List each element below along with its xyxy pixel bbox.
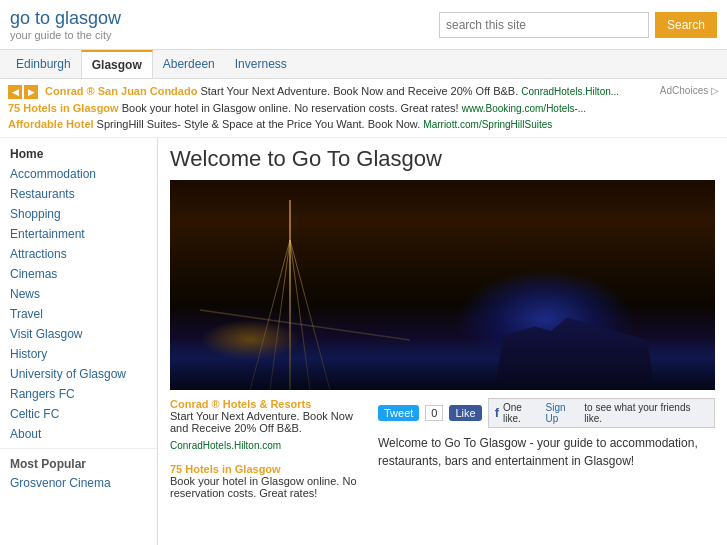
tweet-count: 0 <box>425 405 443 421</box>
facebook-icon: f <box>495 405 499 420</box>
ad-url-1: www.Booking.com/Hotels-... <box>462 103 587 114</box>
welcome-description: Welcome to Go To Glasgow - your guide to… <box>378 434 715 470</box>
sidebar: Home Accommodation Restaurants Shopping … <box>0 138 158 546</box>
tab-aberdeen[interactable]: Aberdeen <box>153 51 225 77</box>
logo-title: go to glasgow <box>10 8 121 29</box>
like-button[interactable]: Like <box>449 405 481 421</box>
ad-body-1: Book your hotel in Glasgow online. No re… <box>119 102 459 114</box>
ad-choices: AdChoices ▷ <box>660 83 719 98</box>
content-area: Welcome to Go To Glasgow Conrad ® Hotels… <box>158 138 727 546</box>
sidebar-divider <box>0 448 157 449</box>
hero-image <box>170 180 715 390</box>
below-ad-body-0: Start Your Next Adventure. Book Now and … <box>170 410 370 434</box>
ad-link-1[interactable]: 75 Hotels in Glasgow <box>8 102 119 114</box>
tab-inverness[interactable]: Inverness <box>225 51 297 77</box>
sidebar-most-popular-label: Most Popular <box>0 453 157 473</box>
facebook-box: f One like. Sign Up to see what your fri… <box>488 398 715 428</box>
logo-subtitle: your guide to the city <box>10 29 121 41</box>
sidebar-item-entertainment[interactable]: Entertainment <box>0 224 157 244</box>
ad-body-2: SpringHill Suites- Style & Space at the … <box>94 118 421 130</box>
ad-link-0[interactable]: Conrad ® San Juan Condado <box>45 85 197 97</box>
below-ad-url-0: ConradHotels.Hilton.com <box>170 440 370 451</box>
nav-tabs: Edinburgh Glasgow Aberdeen Inverness <box>0 50 727 79</box>
search-area: Search <box>439 12 717 38</box>
welcome-title: Welcome to Go To Glasgow <box>170 146 715 172</box>
ad-bar: AdChoices ▷ ◀ ▶ Conrad ® San Juan Condad… <box>0 79 727 138</box>
ad-url-0: ConradHotels.Hilton... <box>521 86 619 97</box>
below-hero: Conrad ® Hotels & Resorts Start Your Nex… <box>170 398 715 505</box>
sidebar-item-shopping[interactable]: Shopping <box>0 204 157 224</box>
fb-suffix: to see what your friends like. <box>584 402 708 424</box>
header: go to glasgow your guide to the city Sea… <box>0 0 727 50</box>
main-layout: Home Accommodation Restaurants Shopping … <box>0 138 727 546</box>
sidebar-item-celtic[interactable]: Celtic FC <box>0 404 157 424</box>
sidebar-item-rangers[interactable]: Rangers FC <box>0 384 157 404</box>
logo-area: go to glasgow your guide to the city <box>10 8 121 41</box>
below-right-content: Tweet 0 Like f One like. Sign Up to see … <box>378 398 715 505</box>
social-bar: Tweet 0 Like f One like. Sign Up to see … <box>378 398 715 428</box>
below-left-ads: Conrad ® Hotels & Resorts Start Your Nex… <box>170 398 370 505</box>
sidebar-item-university[interactable]: University of Glasgow <box>0 364 157 384</box>
sidebar-item-history[interactable]: History <box>0 344 157 364</box>
fb-signup-link[interactable]: Sign Up <box>546 402 581 424</box>
sidebar-item-visit-glasgow[interactable]: Visit Glasgow <box>0 324 157 344</box>
tweet-button[interactable]: Tweet <box>378 405 419 421</box>
sidebar-item-travel[interactable]: Travel <box>0 304 157 324</box>
ad-body-0: Start Your Next Adventure. Book Now and … <box>197 85 518 97</box>
fb-one-like: One like. <box>503 402 542 424</box>
ad-url-2: Marriott.com/SpringHillSuites <box>423 119 552 130</box>
sidebar-item-attractions[interactable]: Attractions <box>0 244 157 264</box>
ad-next-button[interactable]: ▶ <box>24 85 38 99</box>
tab-edinburgh[interactable]: Edinburgh <box>6 51 81 77</box>
sidebar-item-news[interactable]: News <box>0 284 157 304</box>
tab-glasgow[interactable]: Glasgow <box>81 50 153 78</box>
sidebar-item-restaurants[interactable]: Restaurants <box>0 184 157 204</box>
below-ad-link-1[interactable]: 75 Hotels in Glasgow <box>170 463 281 475</box>
sidebar-item-home[interactable]: Home <box>0 144 157 164</box>
ad-nav-buttons: ◀ ▶ <box>8 85 38 99</box>
sidebar-item-grosvenor[interactable]: Grosvenor Cinema <box>0 473 157 493</box>
search-button[interactable]: Search <box>655 12 717 38</box>
hero-overlay <box>170 270 715 390</box>
ad-prev-button[interactable]: ◀ <box>8 85 22 99</box>
ad-link-2[interactable]: Affordable Hotel <box>8 118 94 130</box>
below-ad-body-1: Book your hotel in Glasgow online. No re… <box>170 475 370 499</box>
below-ad-link-0[interactable]: Conrad ® Hotels & Resorts <box>170 398 311 410</box>
sidebar-item-cinemas[interactable]: Cinemas <box>0 264 157 284</box>
search-input[interactable] <box>439 12 649 38</box>
sidebar-item-accommodation[interactable]: Accommodation <box>0 164 157 184</box>
sidebar-item-about[interactable]: About <box>0 424 157 444</box>
